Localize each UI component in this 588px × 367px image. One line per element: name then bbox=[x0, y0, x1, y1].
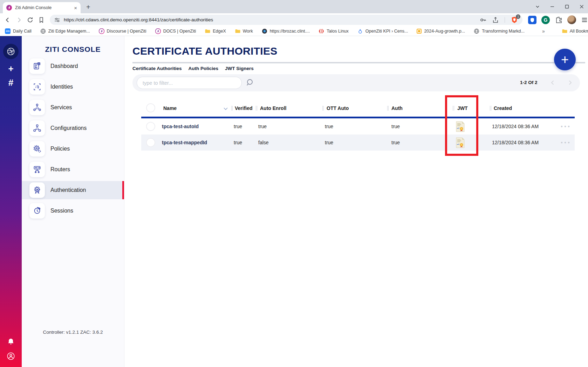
column-jwt[interactable]: JWT bbox=[457, 105, 468, 111]
profile-avatar[interactable] bbox=[567, 15, 576, 24]
profile-person-icon[interactable] bbox=[6, 352, 15, 361]
pagination-next-icon[interactable] bbox=[567, 79, 573, 86]
column-verified[interactable]: Verified bbox=[235, 105, 253, 111]
bookmark-transforming[interactable]: Transforming Markd... bbox=[474, 28, 525, 34]
sessions-clock-icon bbox=[29, 203, 45, 219]
select-all-checkbox[interactable] bbox=[146, 103, 155, 112]
password-key-icon[interactable] bbox=[479, 16, 486, 23]
bookmark-ziti-edge[interactable]: Ziti Edge Managem... bbox=[40, 28, 90, 34]
title-divider bbox=[132, 62, 585, 63]
sidebar-item-dashboard[interactable]: Dashboard bbox=[22, 57, 124, 75]
certificate-icon[interactable] bbox=[456, 137, 465, 148]
brave-shield-icon[interactable]: 1 bbox=[511, 16, 518, 24]
tab-close-icon[interactable]: × bbox=[74, 5, 77, 11]
column-created[interactable]: Created bbox=[494, 105, 512, 111]
column-separator bbox=[231, 106, 233, 111]
bookmark-daily-call[interactable]: zmDaily Call bbox=[5, 28, 32, 34]
window-close-button[interactable] bbox=[579, 4, 584, 9]
bookmarks-overflow-icon[interactable]: » bbox=[542, 28, 544, 34]
reload-icon[interactable] bbox=[27, 16, 34, 23]
sidebar-item-identities[interactable]: Identities bbox=[22, 78, 124, 96]
sidebar-item-policies[interactable]: Policies bbox=[22, 140, 124, 158]
document-icon bbox=[417, 29, 422, 34]
bookmark-talos[interactable]: Talos Linux bbox=[319, 28, 349, 34]
extensions-puzzle-icon[interactable] bbox=[555, 16, 562, 24]
sidebar-item-sessions[interactable]: Sessions bbox=[22, 202, 124, 220]
tab-certificate-authorities[interactable]: Certificate Authorities bbox=[132, 66, 182, 71]
pagination-prev-icon[interactable] bbox=[549, 79, 556, 86]
rail-hash-icon[interactable]: # bbox=[8, 78, 13, 87]
column-separator bbox=[490, 106, 491, 111]
add-certificate-authority-button[interactable]: + bbox=[554, 49, 576, 70]
tab-auth-policies[interactable]: Auth Policies bbox=[189, 66, 219, 71]
bookmark-folder-edgex[interactable]: EdgeX bbox=[205, 28, 226, 34]
sidebar-item-routers[interactable]: Routers bbox=[22, 160, 124, 179]
bookmark-brozac[interactable]: https://brozac.clint.... bbox=[262, 28, 310, 34]
bookmark-discourse-openziti[interactable]: Discourse | OpenZiti bbox=[99, 28, 146, 34]
bitwarden-extension-icon[interactable] bbox=[528, 16, 536, 24]
tab-search-icon[interactable] bbox=[535, 4, 540, 9]
column-separator bbox=[322, 106, 324, 111]
bookmark-folder-work[interactable]: Work bbox=[235, 28, 253, 34]
row-checkbox[interactable] bbox=[146, 138, 155, 147]
ziti-favicon-icon bbox=[6, 5, 12, 11]
column-separator bbox=[387, 106, 389, 111]
row-menu-icon[interactable]: ●●● bbox=[561, 118, 571, 134]
search-icon[interactable] bbox=[245, 78, 255, 88]
zoom-icon: zm bbox=[5, 28, 11, 34]
bookmark-ribbon-icon[interactable] bbox=[38, 16, 45, 23]
pagination-label: 1-2 Of 2 bbox=[520, 80, 538, 85]
address-bar: https://ctrl.cdaws.clint.demo.openziti.o… bbox=[0, 13, 588, 26]
column-ott-auto[interactable]: OTT Auto bbox=[327, 105, 349, 111]
omnibox[interactable]: https://ctrl.cdaws.clint.demo.openziti.o… bbox=[50, 15, 522, 25]
filter-bar: 1-2 Of 2 bbox=[132, 74, 580, 91]
sidebar-item-authentication[interactable]: Authentication bbox=[22, 181, 124, 199]
ca-verified: true bbox=[234, 118, 242, 134]
forward-icon[interactable] bbox=[15, 16, 22, 23]
sidebar-item-services[interactable]: Services bbox=[22, 98, 124, 117]
column-auto-enroll[interactable]: Auto Enroll bbox=[260, 105, 286, 111]
row-menu-icon[interactable]: ●●● bbox=[561, 134, 571, 151]
site-settings-icon[interactable] bbox=[54, 17, 60, 23]
tab-title: Ziti Admin Console bbox=[15, 5, 72, 10]
new-tab-button[interactable]: + bbox=[86, 4, 90, 11]
sidebar-item-configurations[interactable]: Configurations bbox=[22, 119, 124, 137]
openziti-icon bbox=[155, 28, 161, 34]
browser-menu-icon[interactable] bbox=[581, 16, 588, 23]
certificate-icon[interactable] bbox=[456, 121, 465, 132]
column-name[interactable]: Name bbox=[163, 105, 177, 111]
tab-jwt-signers[interactable]: JWT Signers bbox=[225, 66, 254, 71]
ca-auto-enroll: false bbox=[258, 134, 269, 151]
row-checkbox[interactable] bbox=[146, 122, 155, 131]
browser-tab-strip: Ziti Admin Console × + bbox=[0, 0, 588, 13]
sort-chevron-icon[interactable] bbox=[223, 107, 228, 110]
folder-icon bbox=[235, 28, 240, 34]
globe-icon bbox=[40, 28, 46, 34]
ca-created: 12/18/2024 08:36 AM bbox=[492, 118, 539, 134]
bookmark-openziti-kpi[interactable]: OpenZiti KPI › Cens... bbox=[357, 28, 408, 34]
rail-add-icon[interactable]: + bbox=[8, 64, 13, 73]
notifications-bell-icon[interactable] bbox=[7, 338, 15, 346]
filter-input[interactable] bbox=[137, 77, 242, 89]
bookmark-growth-doc[interactable]: 2024-Aug-growth.p... bbox=[417, 29, 465, 34]
column-auth[interactable]: Auth bbox=[391, 105, 403, 111]
bookmark-docs-openziti[interactable]: DOCS | OpenZiti bbox=[155, 28, 196, 34]
policies-gear-icon bbox=[29, 141, 45, 157]
talos-icon bbox=[319, 28, 324, 34]
url-text[interactable]: https://ctrl.cdaws.clint.demo.openziti.o… bbox=[64, 17, 476, 22]
all-bookmarks-button[interactable]: All Bookmarks bbox=[562, 28, 588, 34]
share-icon[interactable] bbox=[492, 16, 499, 23]
back-icon[interactable] bbox=[4, 16, 11, 23]
grammarly-extension-icon[interactable]: G bbox=[541, 16, 550, 24]
window-maximize-button[interactable] bbox=[564, 4, 570, 9]
ca-ott-auto: true bbox=[325, 118, 333, 134]
table-row[interactable]: tpca-test-autoId true true true true 12/… bbox=[141, 118, 575, 134]
window-minimize-button[interactable] bbox=[549, 4, 555, 9]
column-separator bbox=[256, 106, 257, 111]
ca-auto-enroll: true bbox=[258, 118, 267, 134]
table-row[interactable]: tpca-test-mappedId true false true true … bbox=[141, 134, 575, 151]
ca-name: tpca-test-mappedId bbox=[162, 134, 207, 151]
ca-ott-auto: true bbox=[325, 134, 333, 151]
browser-tab[interactable]: Ziti Admin Console × bbox=[3, 2, 81, 13]
ziti-logo-icon[interactable] bbox=[3, 44, 19, 59]
